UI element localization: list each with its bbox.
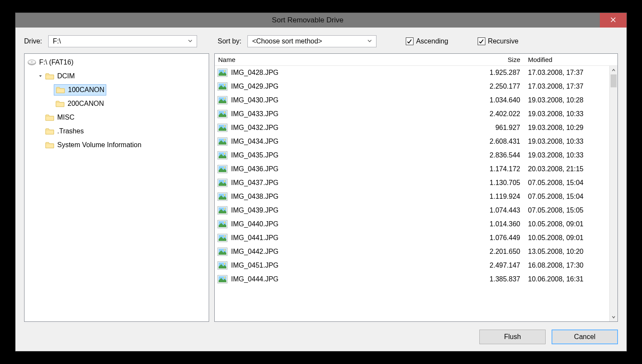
column-modified[interactable]: Modified xyxy=(525,56,609,63)
tree-item[interactable]: System Volume Information xyxy=(27,138,206,152)
file-name: IMG_0444.JPG xyxy=(231,275,473,283)
image-file-icon xyxy=(217,234,228,242)
file-name: IMG_0432.JPG xyxy=(231,124,473,132)
checkbox-box xyxy=(406,37,414,45)
image-file-icon xyxy=(217,179,228,187)
file-name: IMG_0429.JPG xyxy=(231,83,473,90)
image-file-icon xyxy=(217,165,228,173)
ascending-label: Ascending xyxy=(416,37,448,45)
drive-dropdown[interactable]: F:\ xyxy=(48,35,197,47)
file-modified: 10.05.2008, 09:01 xyxy=(525,220,609,228)
svg-point-11 xyxy=(224,98,225,99)
tree-item-label: 100CANON xyxy=(68,86,104,94)
image-file-icon xyxy=(217,110,228,118)
tree-item[interactable]: 100CANON xyxy=(27,83,206,97)
file-size: 2.250.177 xyxy=(473,83,525,90)
file-size: 2.497.147 xyxy=(473,262,525,269)
svg-point-41 xyxy=(224,235,225,237)
tree-item-label: 200CANON xyxy=(68,100,104,108)
image-file-icon xyxy=(217,123,228,132)
tree-item[interactable]: .Trashes xyxy=(27,124,206,138)
scroll-down-icon[interactable] xyxy=(610,313,617,321)
window-title: Sort Removable Drive xyxy=(15,16,600,25)
folder-icon xyxy=(56,86,65,94)
chevron-down-icon xyxy=(186,37,194,45)
file-modified: 07.05.2008, 15:05 xyxy=(525,207,609,214)
svg-point-29 xyxy=(224,180,225,182)
image-file-icon xyxy=(217,96,228,105)
file-name: IMG_0442.JPG xyxy=(231,248,473,256)
close-button[interactable] xyxy=(600,13,627,28)
image-file-icon xyxy=(217,247,228,256)
file-row[interactable]: IMG_0432.JPG961.92719.03.2008, 10:29 xyxy=(215,121,609,135)
tree-item[interactable]: MISC xyxy=(27,111,206,124)
tree-item[interactable]: 200CANON xyxy=(27,97,206,111)
image-file-icon xyxy=(217,192,228,201)
file-row[interactable]: IMG_0451.JPG2.497.14716.08.2008, 17:30 xyxy=(215,259,609,272)
file-name: IMG_0436.JPG xyxy=(231,165,473,173)
file-row[interactable]: IMG_0437.JPG1.130.70507.05.2008, 15:04 xyxy=(215,176,609,190)
file-row[interactable]: IMG_0434.JPG2.608.43119.03.2008, 10:33 xyxy=(215,135,609,148)
tree-root[interactable]: F:\ (FAT16) xyxy=(27,56,206,69)
image-file-icon xyxy=(217,68,228,77)
folder-icon xyxy=(56,100,65,108)
file-modified: 13.05.2008, 10:20 xyxy=(525,248,609,256)
scroll-track[interactable] xyxy=(610,74,617,313)
file-row[interactable]: IMG_0430.JPG1.034.64019.03.2008, 10:28 xyxy=(215,93,609,107)
chevron-down-icon xyxy=(366,37,373,45)
recursive-checkbox[interactable]: Recursive xyxy=(478,37,519,45)
image-file-icon xyxy=(217,261,228,270)
tree-item-label: System Volume Information xyxy=(57,141,142,149)
svg-point-38 xyxy=(224,222,225,223)
tree-item[interactable]: DCIM xyxy=(27,69,206,83)
close-icon xyxy=(611,17,616,24)
flush-button[interactable]: Flush xyxy=(479,330,546,344)
column-size[interactable]: Size xyxy=(473,56,525,63)
file-size: 2.402.022 xyxy=(473,110,525,118)
file-size: 1.385.837 xyxy=(473,275,525,283)
collapse-icon[interactable] xyxy=(37,74,43,78)
tree-root-label: F:\ (FAT16) xyxy=(39,59,74,66)
file-row[interactable]: IMG_0440.JPG1.014.36010.05.2008, 09:01 xyxy=(215,217,609,231)
drive-value: F:\ xyxy=(53,37,186,45)
ascending-checkbox[interactable]: Ascending xyxy=(406,37,448,45)
scroll-thumb[interactable] xyxy=(611,74,617,87)
file-row[interactable]: IMG_0433.JPG2.402.02219.03.2008, 10:33 xyxy=(215,107,609,121)
file-row[interactable]: IMG_0439.JPG1.074.44307.05.2008, 15:05 xyxy=(215,204,609,217)
column-name[interactable]: Name xyxy=(215,56,473,63)
sortby-label: Sort by: xyxy=(218,37,241,45)
image-file-icon xyxy=(217,220,228,228)
file-row[interactable]: IMG_0429.JPG2.250.17717.03.2008, 17:37 xyxy=(215,80,609,93)
svg-point-23 xyxy=(224,153,225,154)
file-row[interactable]: IMG_0444.JPG1.385.83710.06.2008, 16:31 xyxy=(215,272,609,286)
folder-tree[interactable]: F:\ (FAT16) DCIM100CANON200CANONMISC.Tra… xyxy=(24,53,209,322)
scrollbar[interactable] xyxy=(609,66,617,321)
file-name: IMG_0430.JPG xyxy=(231,96,473,104)
checkbox-box xyxy=(478,37,485,45)
file-name: IMG_0434.JPG xyxy=(231,138,473,145)
file-modified: 19.03.2008, 10:28 xyxy=(525,96,609,104)
file-modified: 19.03.2008, 10:33 xyxy=(525,151,609,159)
cancel-button[interactable]: Cancel xyxy=(552,330,618,344)
file-row[interactable]: IMG_0435.JPG2.836.54419.03.2008, 10:33 xyxy=(215,148,609,162)
file-modified: 10.06.2008, 16:31 xyxy=(525,275,609,283)
titlebar: Sort Removable Drive xyxy=(15,13,627,28)
file-name: IMG_0441.JPG xyxy=(231,234,473,242)
file-row[interactable]: IMG_0436.JPG1.174.17220.03.2008, 21:15 xyxy=(215,162,609,176)
svg-point-47 xyxy=(224,263,225,265)
image-file-icon xyxy=(217,275,228,284)
file-row[interactable]: IMG_0428.JPG1.925.28717.03.2008, 17:37 xyxy=(215,66,609,80)
recursive-label: Recursive xyxy=(488,37,519,45)
sortby-dropdown[interactable]: <Choose sort method> xyxy=(247,35,377,47)
file-modified: 19.03.2008, 10:33 xyxy=(525,110,609,118)
file-row[interactable]: IMG_0441.JPG1.076.44910.05.2008, 09:01 xyxy=(215,231,609,245)
svg-point-32 xyxy=(224,194,225,196)
file-modified: 20.03.2008, 21:15 xyxy=(525,165,609,173)
file-row[interactable]: IMG_0442.JPG2.201.65013.05.2008, 10:20 xyxy=(215,245,609,259)
scroll-up-icon[interactable] xyxy=(610,66,617,74)
file-size: 1.034.640 xyxy=(473,96,525,104)
file-row[interactable]: IMG_0438.JPG1.119.92407.05.2008, 15:04 xyxy=(215,190,609,204)
svg-point-50 xyxy=(224,277,225,278)
file-list: Name Size Modified IMG_0428.JPG1.925.287… xyxy=(214,53,618,322)
svg-point-5 xyxy=(224,70,225,72)
